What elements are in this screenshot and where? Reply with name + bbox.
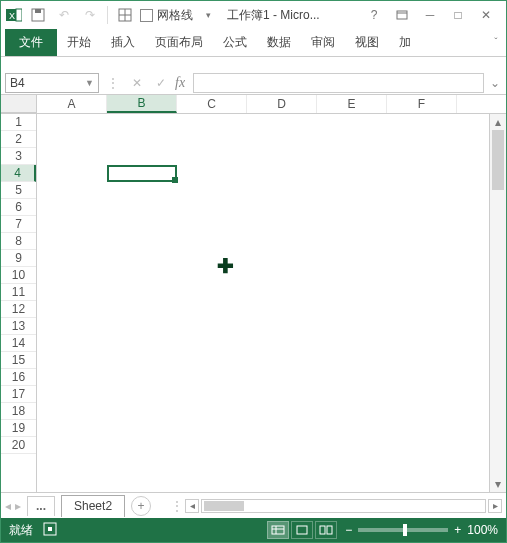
view-page-layout-button[interactable] <box>291 521 313 539</box>
svg-rect-2 <box>16 9 22 21</box>
minimize-button[interactable]: ─ <box>420 5 440 25</box>
row-header-5[interactable]: 5 <box>1 182 36 199</box>
zoom-slider[interactable] <box>358 528 448 532</box>
svg-rect-4 <box>35 9 41 13</box>
zoom-out-button[interactable]: − <box>345 523 352 537</box>
cells-area[interactable]: ✚ <box>37 114 506 492</box>
ribbon-collapse-icon[interactable]: ˇ <box>486 33 506 53</box>
scroll-left-icon[interactable]: ◂ <box>185 499 199 513</box>
row-header-9[interactable]: 9 <box>1 250 36 267</box>
row-header-13[interactable]: 13 <box>1 318 36 335</box>
svg-rect-8 <box>397 11 407 19</box>
scroll-down-icon[interactable]: ▾ <box>490 476 506 492</box>
macro-record-icon[interactable] <box>43 522 57 539</box>
tab-home[interactable]: 开始 <box>57 29 101 56</box>
spreadsheet-grid[interactable]: A B C D E F 1234567891011121314151617181… <box>1 95 506 492</box>
save-button[interactable] <box>27 4 49 26</box>
svg-rect-12 <box>272 526 284 534</box>
grid-icon[interactable] <box>114 4 136 26</box>
scroll-up-icon[interactable]: ▴ <box>490 114 506 130</box>
status-bar: 就绪 − + 100% <box>1 518 506 542</box>
vertical-scrollbar[interactable]: ▴ ▾ <box>489 114 506 492</box>
tab-data[interactable]: 数据 <box>257 29 301 56</box>
gridlines-checkbox[interactable] <box>140 9 153 22</box>
formula-input[interactable] <box>193 73 484 93</box>
view-normal-button[interactable] <box>267 521 289 539</box>
row-header-18[interactable]: 18 <box>1 403 36 420</box>
hscroll-handle-icon[interactable]: ⋮ <box>171 499 183 513</box>
namebox-vdots-icon[interactable]: ⋮ <box>103 73 123 93</box>
zoom-in-button[interactable]: + <box>454 523 461 537</box>
help-button[interactable]: ? <box>364 5 384 25</box>
qat-dropdown-icon[interactable]: ▾ <box>197 4 219 26</box>
vscroll-thumb[interactable] <box>492 130 504 190</box>
select-all-corner[interactable] <box>1 95 37 113</box>
tab-insert[interactable]: 插入 <box>101 29 145 56</box>
row-header-20[interactable]: 20 <box>1 437 36 454</box>
selected-cell[interactable] <box>107 165 177 182</box>
row-header-10[interactable]: 10 <box>1 267 36 284</box>
row-header-14[interactable]: 14 <box>1 335 36 352</box>
row-header-15[interactable]: 15 <box>1 352 36 369</box>
hscroll-thumb[interactable] <box>204 501 244 511</box>
svg-rect-15 <box>297 526 307 534</box>
cancel-formula-button[interactable]: ✕ <box>127 73 147 93</box>
tab-review[interactable]: 审阅 <box>301 29 345 56</box>
tab-layout[interactable]: 页面布局 <box>145 29 213 56</box>
gridlines-label: 网格线 <box>157 7 193 24</box>
sheet-nav-next-icon[interactable]: ▸ <box>15 499 21 513</box>
fill-handle[interactable] <box>172 177 178 183</box>
row-header-17[interactable]: 17 <box>1 386 36 403</box>
name-box[interactable]: B4 ▼ <box>5 73 99 93</box>
row-header-1[interactable]: 1 <box>1 114 36 131</box>
row-header-16[interactable]: 16 <box>1 369 36 386</box>
fx-icon[interactable]: fx <box>175 75 185 91</box>
scroll-right-icon[interactable]: ▸ <box>488 499 502 513</box>
title-bar: X ↶ ↷ 网格线 ▾ 工作簿1 - Micro... ? ─ □ ✕ <box>1 1 506 29</box>
row-header-6[interactable]: 6 <box>1 199 36 216</box>
sheet-tab-active[interactable]: Sheet2 <box>61 495 125 517</box>
formula-bar-row: B4 ▼ ⋮ ✕ ✓ fx ⌄ <box>1 71 506 95</box>
col-header-D[interactable]: D <box>247 95 317 113</box>
ribbon-display-button[interactable] <box>392 5 412 25</box>
tab-file[interactable]: 文件 <box>5 29 57 56</box>
sheet-nav-prev-icon[interactable]: ◂ <box>5 499 11 513</box>
col-header-E[interactable]: E <box>317 95 387 113</box>
svg-rect-11 <box>48 527 52 531</box>
row-header-4[interactable]: 4 <box>1 165 36 182</box>
row-header-7[interactable]: 7 <box>1 216 36 233</box>
app-icon: X <box>5 6 23 24</box>
row-header-3[interactable]: 3 <box>1 148 36 165</box>
svg-rect-16 <box>320 526 325 534</box>
chevron-down-icon[interactable]: ▼ <box>85 78 94 88</box>
tab-view[interactable]: 视图 <box>345 29 389 56</box>
sheet-overflow-tab[interactable]: ... <box>27 496 55 516</box>
svg-rect-17 <box>327 526 332 534</box>
redo-button[interactable]: ↷ <box>79 4 101 26</box>
tab-addins[interactable]: 加 <box>389 29 421 56</box>
row-header-8[interactable]: 8 <box>1 233 36 250</box>
row-header-2[interactable]: 2 <box>1 131 36 148</box>
view-page-break-button[interactable] <box>315 521 337 539</box>
enter-formula-button[interactable]: ✓ <box>151 73 171 93</box>
row-header-11[interactable]: 11 <box>1 284 36 301</box>
row-header-19[interactable]: 19 <box>1 420 36 437</box>
col-header-F[interactable]: F <box>387 95 457 113</box>
close-button[interactable]: ✕ <box>476 5 496 25</box>
tab-formulas[interactable]: 公式 <box>213 29 257 56</box>
col-header-A[interactable]: A <box>37 95 107 113</box>
expand-formula-icon[interactable]: ⌄ <box>488 76 502 90</box>
new-sheet-button[interactable]: + <box>131 496 151 516</box>
sheet-tab-bar: ◂ ▸ ... Sheet2 + ⋮ ◂ ▸ <box>1 492 506 518</box>
col-header-C[interactable]: C <box>177 95 247 113</box>
zoom-level[interactable]: 100% <box>467 523 498 537</box>
maximize-button[interactable]: □ <box>448 5 468 25</box>
horizontal-scrollbar[interactable]: ⋮ ◂ ▸ <box>171 499 502 513</box>
row-header-12[interactable]: 12 <box>1 301 36 318</box>
undo-button[interactable]: ↶ <box>53 4 75 26</box>
status-ready: 就绪 <box>9 522 33 539</box>
ribbon-tabs: 文件 开始 插入 页面布局 公式 数据 审阅 视图 加 ˇ <box>1 29 506 57</box>
separator <box>107 6 108 24</box>
svg-text:X: X <box>9 11 15 21</box>
col-header-B[interactable]: B <box>107 95 177 113</box>
